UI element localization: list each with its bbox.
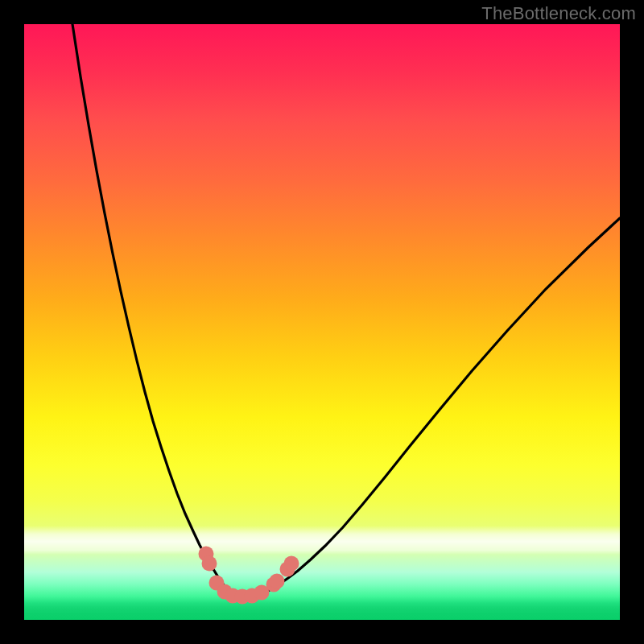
trough-marker	[270, 574, 285, 589]
chart-frame: TheBottleneck.com	[0, 0, 644, 644]
trough-markers	[199, 547, 299, 605]
plot-area	[24, 24, 620, 620]
watermark-text: TheBottleneck.com	[481, 3, 636, 24]
trough-marker	[202, 556, 217, 572]
curve-right-branch	[232, 218, 620, 597]
trough-marker	[284, 556, 299, 572]
curve-left-branch	[72, 24, 232, 595]
bottleneck-curve	[24, 24, 620, 620]
